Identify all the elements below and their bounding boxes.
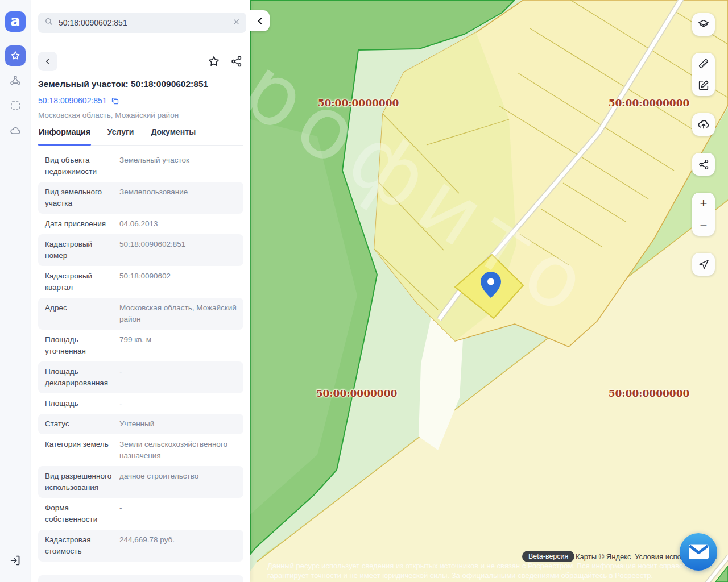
- row-label: Форма собственности: [45, 502, 119, 525]
- tab[interactable]: Информация: [38, 126, 91, 145]
- cloud-button[interactable]: [5, 120, 26, 141]
- exit-button[interactable]: [5, 550, 26, 571]
- table-row: Кадастровая стоимость 244,669.78 руб.: [38, 530, 243, 562]
- search-input[interactable]: [59, 18, 228, 27]
- row-label: Площадь: [45, 398, 119, 409]
- zoom-in-button[interactable]: +: [692, 193, 715, 214]
- search-bar[interactable]: [38, 13, 246, 33]
- measure-edit-group: [692, 53, 715, 96]
- copy-icon[interactable]: [111, 97, 119, 105]
- table-row: Площадь уточненная 799 кв. м: [38, 330, 243, 361]
- locate-me-button[interactable]: [692, 253, 715, 276]
- star-icon: [10, 50, 21, 61]
- zoom-out-button[interactable]: −: [692, 214, 715, 236]
- polygon-nodes-icon: [9, 74, 22, 87]
- share-nodes-icon: [698, 159, 710, 171]
- select-area-button[interactable]: [5, 95, 26, 116]
- row-label: Площадь декларированная: [45, 366, 119, 389]
- share-nodes-icon: [230, 55, 243, 68]
- search-icon: [44, 16, 54, 29]
- favorites-button[interactable]: [5, 45, 26, 66]
- table-row: Вид объекта недвижимости Земельный участ…: [38, 150, 243, 182]
- cloud-upload-icon: [697, 118, 710, 131]
- quarter-label: 50:00:0000000: [318, 97, 399, 109]
- chevron-left-icon: [257, 17, 263, 25]
- row-label: Вид разрешенного использования: [45, 471, 119, 493]
- favorite-object-button[interactable]: [206, 53, 222, 69]
- layers-button[interactable]: [692, 13, 715, 36]
- row-label: Кадастровый номер: [45, 239, 119, 261]
- row-value: -: [119, 502, 237, 525]
- map-copyright: Карты © Яндекс: [576, 552, 631, 561]
- row-value: -: [119, 366, 237, 389]
- share-object-button[interactable]: [229, 53, 245, 69]
- map-disclaimer: Данный ресурс использует сведения из отк…: [267, 561, 700, 580]
- back-button[interactable]: [38, 52, 57, 71]
- next-row-stub: [38, 575, 243, 582]
- clear-search-icon[interactable]: [232, 18, 241, 28]
- zoom-controls: + −: [692, 193, 715, 236]
- table-row: Форма собственности -: [38, 498, 243, 530]
- layers-icon: [697, 18, 710, 31]
- star-outline-icon: [207, 55, 221, 68]
- tab[interactable]: Документы: [150, 126, 196, 145]
- layers-polygon-button[interactable]: [5, 70, 26, 91]
- page-title: Земельный участок: 50:18:0090602:851: [38, 79, 243, 89]
- edit-icon: [697, 79, 710, 92]
- table-row: Адрес Московская область, Можайский райо…: [38, 298, 243, 330]
- detail-tabs: Информация Услуги Документы: [38, 126, 243, 146]
- row-label: Адрес: [45, 302, 119, 325]
- row-value: Московская область, Можайский район: [119, 302, 237, 325]
- app-logo[interactable]: a: [5, 11, 26, 32]
- quarter-label: 50:00:0000000: [609, 97, 690, 109]
- measure-button[interactable]: [692, 53, 715, 74]
- row-label: Площадь уточненная: [45, 334, 119, 357]
- row-label: Вид объекта недвижимости: [45, 155, 119, 177]
- chevron-left-icon: [44, 57, 52, 65]
- dashed-square-icon: [10, 100, 21, 111]
- minus-icon: −: [700, 219, 708, 231]
- ruler-icon: [697, 57, 710, 70]
- row-value: 799 кв. м: [119, 334, 237, 357]
- row-label: Статус: [45, 418, 119, 430]
- detail-panel: Земельный участок: 50:18:0090602:851 50:…: [31, 0, 250, 582]
- plus-icon: +: [700, 197, 708, 210]
- active-tab-underline: [38, 144, 91, 146]
- row-value: 50:18:0090602: [119, 271, 237, 293]
- table-row: Дата присвоения 04.06.2013: [38, 214, 243, 234]
- row-value: 244,669.78 руб.: [119, 534, 237, 557]
- map-canvas[interactable]: рофито 50:00:0000000 50:00:0000000 50:00…: [250, 0, 728, 582]
- row-label: Вид земельного участка: [45, 186, 119, 209]
- map-base-layer: рофито: [250, 0, 728, 582]
- row-value: Землепользование: [119, 186, 237, 209]
- object-location: Московская область, Можайский район: [38, 111, 179, 119]
- tab[interactable]: Услуги: [107, 126, 135, 145]
- chat-button[interactable]: [680, 533, 717, 571]
- draw-edit-button[interactable]: [692, 74, 715, 96]
- envelope-icon: [688, 544, 709, 560]
- upload-button[interactable]: [692, 113, 715, 136]
- icon-rail: a: [0, 0, 31, 582]
- table-row: Вид разрешенного использования дачное ст…: [38, 466, 243, 498]
- table-row: Вид земельного участка Землепользование: [38, 182, 243, 214]
- cloud-icon: [9, 124, 22, 137]
- row-value: Земли сельскохозяйственного назначения: [119, 439, 237, 462]
- table-row: Площадь -: [38, 393, 243, 414]
- table-row: Кадастровый квартал 50:18:0090602: [38, 266, 243, 298]
- app-root: a: [0, 0, 728, 582]
- row-value: Земельный участок: [119, 155, 237, 177]
- beta-badge: Beta-версия: [522, 551, 574, 562]
- row-label: Дата присвоения: [45, 218, 119, 230]
- row-value: 50:18:0090602:851: [119, 239, 237, 261]
- row-label: Кадастровая стоимость: [45, 534, 119, 557]
- quarter-label: 50:00:0000000: [609, 388, 690, 399]
- table-row: Категория земель Земли сельскохозяйствен…: [38, 434, 243, 466]
- row-label: Кадастровый квартал: [45, 271, 119, 293]
- cadastral-number-link[interactable]: 50:18:0090602:851: [38, 96, 119, 105]
- logout-icon: [9, 554, 22, 567]
- collapse-panel-button[interactable]: [250, 10, 270, 31]
- row-value: 04.06.2013: [119, 218, 237, 230]
- row-value: дачное строительство: [119, 471, 237, 493]
- share-map-button[interactable]: [692, 153, 715, 176]
- row-value: Учтенный: [119, 418, 237, 430]
